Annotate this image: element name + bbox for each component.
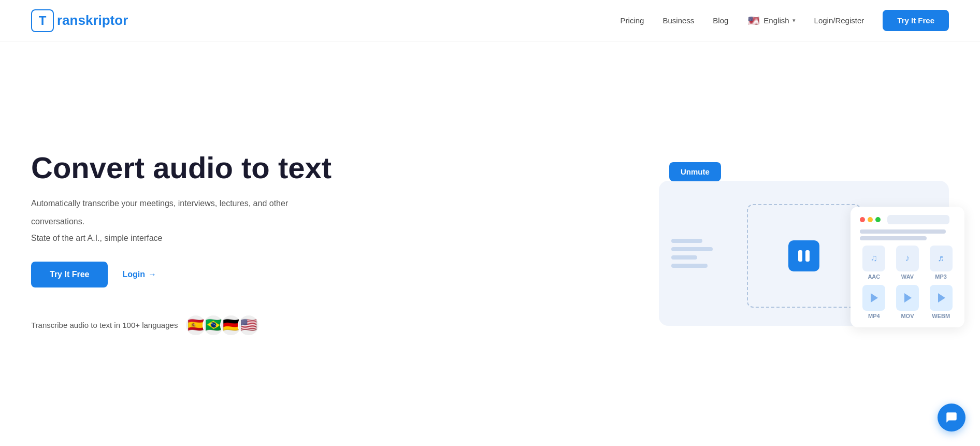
mov-icon-box — [896, 285, 919, 311]
mov-label: MOV — [901, 313, 914, 319]
hero-subtitle2: conversations. — [31, 215, 332, 228]
text-line — [860, 229, 946, 234]
music-note-icon: ♪ — [905, 253, 910, 264]
pause-bar-left — [798, 250, 802, 262]
dot-green — [875, 217, 881, 222]
unmute-button[interactable]: Unmute — [669, 162, 721, 181]
logo-text: ranskriptor — [57, 12, 128, 28]
pause-button[interactable] — [788, 240, 819, 271]
try-it-free-nav-button[interactable]: Try It Free — [883, 10, 949, 31]
hero-subtitle3: State of the art A.I., simple interface — [31, 234, 332, 243]
dot-yellow — [868, 217, 873, 222]
dot-red — [860, 217, 865, 222]
chat-icon — [945, 411, 958, 424]
lang-flag: 🇺🇸 — [747, 14, 760, 27]
aac-label: AAC — [868, 274, 880, 280]
text-line — [671, 247, 713, 251]
wav-label: WAV — [901, 274, 914, 280]
language-selector[interactable]: 🇺🇸 English ▾ — [747, 14, 795, 27]
nav-business[interactable]: Business — [662, 16, 694, 25]
nav-links: Pricing Business Blog 🇺🇸 English ▾ Login… — [621, 10, 949, 31]
play-icon — [938, 293, 945, 303]
format-mp4: MP4 — [860, 285, 888, 319]
search-bar-mock — [887, 215, 949, 224]
format-mp3: ♬ MP3 — [927, 246, 955, 280]
wav-icon-box: ♪ — [896, 246, 919, 271]
player-card: ♫ AAC ♪ WAV ♬ — [659, 181, 949, 326]
aac-icon-box: ♫ — [862, 246, 885, 271]
chevron-down-icon: ▾ — [792, 17, 796, 24]
player-left-lines — [671, 239, 713, 268]
music-note-icon: ♫ — [871, 253, 878, 264]
format-panel: ♫ AAC ♪ WAV ♬ — [851, 207, 964, 327]
try-it-free-hero-button[interactable]: Try It Free — [31, 262, 108, 287]
navbar: T ranskriptor Pricing Business Blog 🇺🇸 E… — [0, 0, 980, 41]
languages-text: Transcribe audio to text in 100+ languag… — [31, 321, 178, 329]
chat-bubble-button[interactable] — [938, 404, 965, 431]
format-mov: MOV — [893, 285, 922, 319]
flag-english: 🇺🇸 — [238, 314, 260, 336]
browser-dots — [860, 215, 955, 224]
mp4-label: MP4 — [868, 313, 880, 319]
logo-icon: T — [31, 9, 54, 32]
webm-icon-box — [930, 285, 953, 311]
player-dashed-box — [747, 204, 861, 308]
hero-subtitle1: Automatically transcribe your meetings, … — [31, 197, 332, 210]
lang-label: English — [763, 16, 789, 25]
hero-actions: Try It Free Login → — [31, 262, 332, 287]
mp3-icon-box: ♬ — [930, 246, 953, 271]
login-register-link[interactable]: Login/Register — [814, 16, 864, 25]
format-aac: ♫ AAC — [860, 246, 888, 280]
mp3-label: MP3 — [935, 274, 947, 280]
hero-right: Unmute — [659, 162, 949, 326]
text-line — [671, 239, 702, 243]
hero-section: Convert audio to text Automatically tran… — [0, 41, 980, 446]
text-line — [671, 255, 697, 260]
nav-blog[interactable]: Blog — [713, 16, 728, 25]
format-grid: ♫ AAC ♪ WAV ♬ — [860, 246, 955, 319]
webm-label: WEBM — [932, 313, 950, 319]
pause-icon — [798, 250, 810, 262]
languages-row: Transcribe audio to text in 100+ languag… — [31, 314, 332, 336]
hero-title: Convert audio to text — [31, 151, 332, 184]
mp4-icon-box — [862, 285, 885, 311]
nav-pricing[interactable]: Pricing — [621, 16, 644, 25]
arrow-icon: → — [148, 270, 156, 279]
login-label: Login — [122, 270, 145, 279]
login-link[interactable]: Login → — [122, 270, 156, 279]
format-webm: WEBM — [927, 285, 955, 319]
text-line — [860, 236, 927, 240]
text-line — [671, 264, 708, 268]
play-icon — [871, 293, 878, 303]
format-wav: ♪ WAV — [893, 246, 922, 280]
music-note-icon: ♬ — [938, 253, 945, 264]
logo[interactable]: T ranskriptor — [31, 9, 128, 32]
pause-bar-right — [805, 250, 810, 262]
format-text-lines — [860, 229, 955, 240]
hero-left: Convert audio to text Automatically tran… — [31, 151, 332, 336]
flags-stack: 🇪🇸 🇧🇷 🇩🇪 🇺🇸 — [185, 314, 260, 336]
play-icon — [904, 293, 912, 303]
